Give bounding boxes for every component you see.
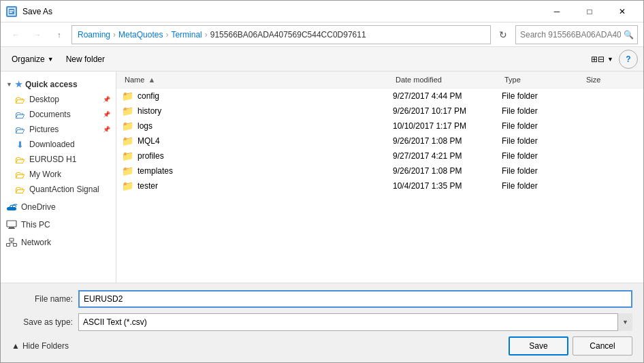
table-row[interactable]: 📁 config 9/27/2017 4:44 PM File folder [116, 89, 643, 104]
sidebar-item-documents[interactable]: 🗁 Documents 📌 [1, 107, 116, 122]
file-date: 9/26/2017 1:08 PM [393, 136, 502, 146]
search-wrapper: 🔍 [515, 25, 638, 44]
sidebar-item-quantaction[interactable]: 🗁 QuantAction Signal [1, 182, 116, 197]
network-section: Network [1, 235, 116, 250]
folder-icon: 🗁 [14, 124, 25, 135]
thispc-label: This PC [21, 220, 50, 230]
sidebar-item-label: Documents [29, 110, 71, 119]
svg-line-11 [8, 243, 12, 244]
folder-icon: 📁 [122, 180, 133, 191]
folder-icon: 📁 [122, 91, 133, 101]
folder-icon: 📁 [122, 121, 133, 131]
table-row[interactable]: 📁 logs 10/10/2017 1:17 PM File folder [116, 119, 643, 133]
svg-rect-8 [7, 244, 10, 247]
breadcrumb[interactable]: Roaming › MetaQuotes › Terminal › 915566… [71, 25, 491, 44]
file-name: templates [138, 166, 173, 176]
column-header-name[interactable]: Name ▲ [122, 74, 393, 85]
svg-rect-9 [14, 244, 17, 247]
breadcrumb-item-current: 915566BA06ADA407569C544CC0D97611 [210, 30, 366, 40]
maximize-button[interactable]: □ [574, 1, 605, 22]
column-header-type[interactable]: Type [502, 74, 583, 85]
search-input[interactable] [515, 25, 638, 44]
sidebar-item-thispc[interactable]: This PC [1, 217, 116, 232]
pin-icon: 📌 [103, 126, 110, 133]
file-type: File folder [502, 91, 583, 101]
sidebar-item-onedrive[interactable]: OneDrive [1, 200, 116, 215]
file-name: logs [138, 121, 152, 131]
hide-folders-arrow-icon: ▲ [12, 341, 20, 351]
table-row[interactable]: 📁 tester 10/4/2017 1:35 PM File folder [116, 178, 643, 193]
file-date: 9/27/2017 4:21 PM [393, 151, 502, 161]
file-date: 9/27/2017 4:44 PM [393, 91, 502, 101]
column-header-date[interactable]: Date modified [393, 74, 502, 85]
forward-button[interactable]: → [28, 25, 47, 44]
breadcrumb-item: Roaming [78, 30, 110, 40]
breadcrumb-item: MetaQuotes [118, 30, 163, 40]
file-name: history [138, 106, 161, 116]
pin-icon: 📌 [103, 111, 110, 118]
quick-access-star-icon: ★ [15, 80, 22, 89]
svg-rect-4 [7, 221, 16, 227]
file-area: Name ▲ Date modified Type Size 📁 config [116, 72, 643, 283]
table-row[interactable]: 📁 profiles 9/27/2017 4:21 PM File folder [116, 148, 643, 163]
file-date: 10/4/2017 1:35 PM [393, 181, 502, 191]
folder-icon: 📁 [122, 106, 133, 116]
file-type: File folder [502, 166, 583, 176]
sidebar-item-mywork[interactable]: 🗁 My Work [1, 167, 116, 182]
sidebar-item-label: Desktop [29, 95, 59, 104]
quick-access-header[interactable]: ▼ ★ Quick access [1, 77, 116, 92]
help-button[interactable]: ? [619, 50, 638, 69]
save-button[interactable]: Save [509, 336, 568, 356]
sidebar-item-eurusd[interactable]: 🗁 EURUSD H1 [1, 152, 116, 167]
save-type-select[interactable]: ASCII Text (*.csv) [78, 313, 632, 331]
table-row[interactable]: 📁 history 9/26/2017 10:17 PM File folder [116, 104, 643, 119]
breadcrumb-separator: › [165, 30, 168, 40]
back-button[interactable]: ← [6, 25, 25, 44]
column-header-size[interactable]: Size [583, 74, 638, 85]
main-content: ▼ ★ Quick access 🗁 Desktop 📌 🗁 Documents… [1, 72, 643, 283]
view-dropdown-icon: ▼ [607, 56, 613, 63]
quick-access-label: Quick access [25, 80, 78, 89]
window-title: Save As [22, 7, 52, 16]
organize-button[interactable]: Organize ▼ [6, 50, 59, 69]
file-date: 9/26/2017 10:17 PM [393, 106, 502, 116]
table-row[interactable]: 📁 templates 9/26/2017 1:08 PM File folde… [116, 163, 643, 178]
svg-rect-3 [7, 207, 16, 210]
table-row[interactable]: 📁 MQL4 9/26/2017 1:08 PM File folder [116, 133, 643, 148]
action-buttons-row: ▲ Hide Folders Save Cancel [12, 336, 632, 356]
sidebar-item-label: QuantAction Signal [29, 185, 99, 194]
pin-icon: 📌 [103, 96, 110, 103]
file-name-cell: 📁 logs [122, 121, 393, 131]
folder-download-icon: ⬇ [14, 139, 25, 150]
sidebar-item-desktop[interactable]: 🗁 Desktop 📌 [1, 92, 116, 107]
file-name-row: File name: [12, 290, 632, 308]
sidebar-item-label: Pictures [29, 125, 59, 134]
new-folder-button[interactable]: New folder [61, 50, 110, 69]
svg-rect-5 [9, 227, 14, 229]
toolbar: Organize ▼ New folder ⊞⊟ ▼ ? [1, 47, 643, 72]
network-icon [6, 237, 17, 248]
quick-access-section: ▼ ★ Quick access 🗁 Desktop 📌 🗁 Documents… [1, 77, 116, 197]
close-button[interactable]: ✕ [607, 1, 638, 22]
sidebar-item-network[interactable]: Network [1, 235, 116, 250]
minimize-button[interactable]: ─ [541, 1, 573, 22]
hide-folders-button[interactable]: ▲ Hide Folders [12, 341, 69, 351]
view-button[interactable]: ⊞⊟ ▼ [585, 50, 619, 69]
file-name-cell: 📁 history [122, 106, 393, 116]
network-label: Network [21, 238, 51, 247]
folder-icon: 📁 [122, 151, 133, 161]
search-icon: 🔍 [624, 30, 634, 40]
window-icon [6, 6, 17, 17]
cancel-button[interactable]: Cancel [573, 336, 632, 356]
save-type-label: Save as type: [12, 317, 73, 327]
sidebar-item-pictures[interactable]: 🗁 Pictures 📌 [1, 122, 116, 137]
up-button[interactable]: ↑ [50, 25, 69, 44]
file-type: File folder [502, 181, 583, 191]
organize-dropdown-icon: ▼ [48, 56, 54, 63]
sidebar-item-label: EURUSD H1 [29, 155, 76, 164]
view-options: ⊞⊟ ▼ ? [585, 50, 638, 69]
file-name-input[interactable] [78, 290, 632, 308]
folder-icon: 🗁 [14, 169, 25, 180]
sidebar-item-downloaded[interactable]: ⬇ Downloaded [1, 137, 116, 152]
refresh-button[interactable]: ↻ [494, 25, 513, 44]
